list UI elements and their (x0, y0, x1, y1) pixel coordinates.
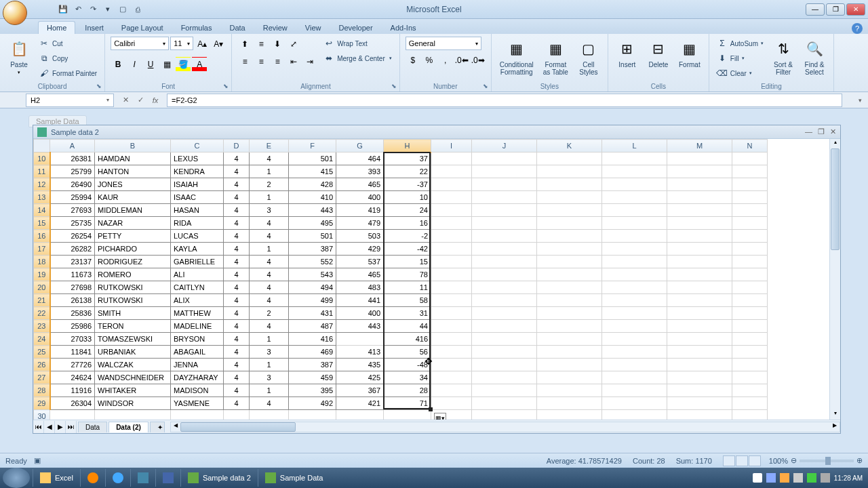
cell-A24[interactable]: 27033 (50, 333, 95, 346)
cut-button[interactable]: ✂Cut (37, 37, 99, 50)
page-break-view-button[interactable] (749, 455, 761, 466)
cell-H24[interactable]: 416 (384, 333, 431, 346)
cell-F28[interactable]: 395 (289, 384, 336, 397)
cell-C25[interactable]: ABAGAIL (171, 346, 224, 359)
cell-K19[interactable] (537, 268, 602, 281)
cell-G23[interactable]: 443 (336, 320, 384, 333)
cell-F25[interactable]: 469 (289, 346, 336, 359)
cancel-formula-button[interactable]: ✕ (119, 94, 132, 106)
cell-C15[interactable]: RIDA (171, 217, 224, 230)
cell-J23[interactable] (472, 320, 537, 333)
cell-G28[interactable]: 367 (336, 384, 384, 397)
row-head-24[interactable]: 24 (34, 333, 50, 346)
col-head-C[interactable]: C (171, 140, 224, 152)
conditional-formatting-button[interactable]: ▦Conditional Formatting (497, 37, 536, 77)
cell-M29[interactable] (667, 397, 732, 410)
cell-M24[interactable] (667, 333, 732, 346)
cell-L11[interactable] (602, 165, 667, 178)
cell-I19[interactable] (431, 268, 472, 281)
number-format-combo[interactable]: General▾ (406, 37, 481, 50)
cell-K15[interactable] (537, 217, 602, 230)
qat-undo-icon[interactable]: ↶ (72, 3, 84, 16)
row-head-10[interactable]: 10 (34, 152, 50, 165)
wrap-text-button[interactable]: ↩Wrap Text (321, 37, 394, 50)
tray-icon[interactable] (793, 473, 803, 483)
wb-maximize-button[interactable]: ❐ (818, 127, 825, 136)
clock[interactable]: 11:28 AM (834, 474, 863, 482)
cell-K21[interactable] (537, 294, 602, 307)
row-head-22[interactable]: 22 (34, 307, 50, 320)
align-bottom-button[interactable]: ⬇ (270, 37, 285, 52)
cell-K17[interactable] (537, 243, 602, 256)
row-head-16[interactable]: 16 (34, 230, 50, 243)
tray-icon[interactable] (780, 473, 789, 483)
cell-I14[interactable] (431, 204, 472, 217)
cell-I24[interactable] (431, 333, 472, 346)
bold-button[interactable]: B (111, 57, 125, 72)
cell-C27[interactable]: DAYZHARAY (171, 371, 224, 384)
cell-C12[interactable]: ISAIAH (171, 178, 224, 191)
tray-icon[interactable] (753, 473, 762, 483)
cell-D12[interactable]: 4 (224, 178, 250, 191)
maximize-button[interactable]: ❐ (826, 3, 845, 16)
cell-G19[interactable]: 465 (336, 268, 384, 281)
cell-I21[interactable] (431, 294, 472, 307)
col-head-J[interactable]: J (472, 140, 537, 152)
col-head-H[interactable]: H (384, 140, 431, 152)
cell-H14[interactable]: 24 (384, 204, 431, 217)
cell-M11[interactable] (667, 165, 732, 178)
cell-F14[interactable]: 443 (289, 204, 336, 217)
cell-L22[interactable] (602, 307, 667, 320)
cell-M22[interactable] (667, 307, 732, 320)
cell-J19[interactable] (472, 268, 537, 281)
cell-B23[interactable]: TERON (95, 320, 171, 333)
cell-M26[interactable] (667, 359, 732, 371)
row-head-21[interactable]: 21 (34, 294, 50, 307)
system-tray[interactable]: 11:28 AM (753, 473, 868, 483)
fx-button[interactable]: fx (149, 94, 161, 106)
cell-A12[interactable]: 26490 (50, 178, 95, 191)
fill-color-button[interactable]: 🪣 (176, 57, 191, 72)
cell-M18[interactable] (667, 256, 732, 268)
cell-G11[interactable]: 393 (336, 165, 384, 178)
cell-J21[interactable] (472, 294, 537, 307)
row-head-20[interactable]: 20 (34, 281, 50, 294)
cell-L14[interactable] (602, 204, 667, 217)
cell-N11[interactable] (732, 165, 768, 178)
row-head-27[interactable]: 27 (34, 371, 50, 384)
cell-J11[interactable] (472, 165, 537, 178)
currency-button[interactable]: $ (406, 53, 420, 68)
cell-L30[interactable] (602, 410, 667, 420)
cell-M15[interactable] (667, 217, 732, 230)
cell-D21[interactable]: 4 (224, 294, 250, 307)
cell-L26[interactable] (602, 359, 667, 371)
task-excel-1[interactable]: Sample data 2 (180, 469, 258, 487)
help-icon[interactable]: ? (852, 23, 863, 34)
cell-C14[interactable]: HASAN (171, 204, 224, 217)
cell-D22[interactable]: 4 (224, 307, 250, 320)
cell-H26[interactable]: -48 (384, 359, 431, 371)
cell-B25[interactable]: URBANIAK (95, 346, 171, 359)
cell-A18[interactable]: 23137 (50, 256, 95, 268)
cell-I18[interactable] (431, 256, 472, 268)
cell-F10[interactable]: 501 (289, 152, 336, 165)
cell-F22[interactable]: 431 (289, 307, 336, 320)
cell-H11[interactable]: 22 (384, 165, 431, 178)
cell-E12[interactable]: 2 (250, 178, 289, 191)
cell-B16[interactable]: PETTY (95, 230, 171, 243)
increase-indent-button[interactable]: ⇥ (302, 54, 317, 69)
cell-B14[interactable]: MIDDLEMAN (95, 204, 171, 217)
qat-print-icon[interactable]: ⎙ (132, 3, 144, 16)
qat-save-icon[interactable]: 💾 (57, 3, 69, 16)
cell-G21[interactable]: 441 (336, 294, 384, 307)
sheet-tab-data-2[interactable]: Data (2) (108, 422, 149, 432)
tab-view[interactable]: View (297, 22, 330, 34)
cell-B30[interactable] (95, 410, 171, 420)
col-head-L[interactable]: L (602, 140, 667, 152)
cell-K13[interactable] (537, 191, 602, 204)
cell-H18[interactable]: 15 (384, 256, 431, 268)
cell-L21[interactable] (602, 294, 667, 307)
cell-N29[interactable] (732, 397, 768, 410)
format-painter-button[interactable]: 🖌Format Painter (37, 66, 99, 80)
cell-N12[interactable] (732, 178, 768, 191)
